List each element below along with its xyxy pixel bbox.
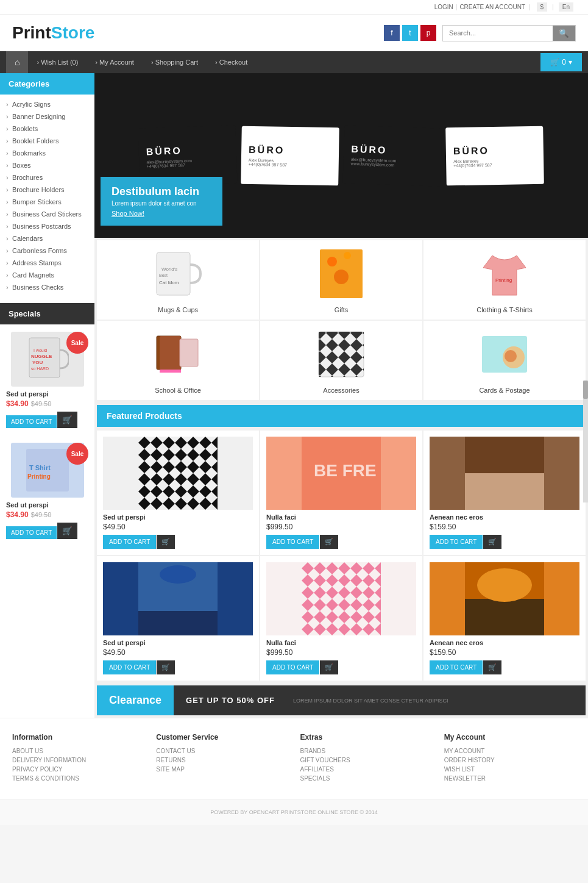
cat-address-stamps[interactable]: Address Stamps [0, 257, 94, 269]
footer-link-brands[interactable]: BRANDS [300, 748, 432, 754]
footer-link-newsletter[interactable]: NEWSLETTER [444, 775, 576, 782]
category-grid: World's Best Cat Mom Mugs & Cups [94, 238, 588, 402]
scrollbar-thumb[interactable] [583, 381, 588, 399]
product-add-btn-5[interactable]: ADD TO CART [266, 660, 319, 674]
nav-shoppingcart[interactable]: › Shopping Cart [143, 52, 207, 72]
nav-myaccount[interactable]: › My Account [87, 52, 143, 72]
footer-link-order-history[interactable]: ORDER HISTORY [444, 757, 576, 763]
product-4: Sed ut perspi $49.50 ADD TO CART 🛒 [97, 556, 259, 681]
create-account-link[interactable]: CREATE AN ACCOUNT [459, 4, 525, 10]
logo[interactable]: Print Store [12, 23, 94, 43]
product-btn-row-4: ADD TO CART 🛒 [103, 660, 253, 674]
footer-link-specials[interactable]: SPECIALS [300, 775, 432, 782]
product-add-btn-6[interactable]: ADD TO CART [430, 660, 483, 674]
product-add-btn-1[interactable]: ADD TO CART [103, 535, 156, 549]
product-btn-row-3: ADD TO CART 🛒 [430, 535, 579, 549]
product-add-btn-3[interactable]: ADD TO CART [430, 535, 483, 549]
product-3: Aenean nec eros $159.50 ADD TO CART 🛒 [423, 431, 586, 555]
special-add-cart-btn-1[interactable]: ADD TO CART [6, 415, 57, 428]
footer-link-contact[interactable]: CONTACT US [156, 748, 288, 754]
login-link[interactable]: LOGIN [434, 4, 453, 10]
cat-bookmarks[interactable]: Bookmarks [0, 147, 94, 159]
product-img-5 [266, 562, 416, 635]
product-add-btn-2[interactable]: ADD TO CART [266, 535, 319, 549]
home-button[interactable]: ⌂ [6, 51, 28, 73]
search-bar: 🔍 [442, 25, 576, 41]
lang-selector[interactable]: En [559, 2, 573, 12]
cat-booklets[interactable]: Booklets [0, 123, 94, 135]
cat-boxes[interactable]: Boxes [0, 159, 94, 171]
search-input[interactable] [443, 26, 553, 41]
svg-text:YOU: YOU [32, 360, 43, 365]
footer-link-gift-vouchers[interactable]: GIFT VOUCHERS [300, 757, 432, 763]
logo-store: Store [51, 23, 95, 43]
svg-rect-20 [180, 339, 198, 366]
cart-button[interactable]: 🛒 0 ▾ [540, 53, 582, 71]
footer-link-myaccount[interactable]: MY ACCOUNT [444, 748, 576, 754]
footer-link-wishlist[interactable]: WISH LIST [444, 766, 576, 773]
cat-brochures[interactable]: Brochures [0, 171, 94, 184]
cat-img-cards [465, 327, 544, 382]
footer-link-delivery[interactable]: DELIVERY INFORMATION [12, 757, 144, 763]
footer-link-sitemap[interactable]: SITE MAP [156, 766, 288, 773]
svg-point-26 [505, 350, 517, 362]
cat-mugs[interactable]: World's Best Cat Mom Mugs & Cups [97, 240, 259, 320]
pinterest-icon[interactable]: p [420, 25, 436, 41]
footer-link-terms[interactable]: TERMS & CONDITIONS [12, 775, 144, 782]
product-cart-btn-4[interactable]: 🛒 [157, 660, 175, 674]
svg-point-14 [327, 257, 337, 266]
cat-gifts[interactable]: Gifts [260, 240, 422, 320]
twitter-icon[interactable]: t [402, 25, 418, 41]
footer-col-title-extras: Extras [300, 733, 432, 742]
footer-link-returns[interactable]: RETURNS [156, 757, 288, 763]
cat-clothing[interactable]: Printing Clothing & T-Shirts [423, 240, 586, 320]
footer-link-about[interactable]: ABOUT US [12, 748, 144, 754]
cat-cards[interactable]: Cards & Postage [423, 321, 586, 400]
product-cart-btn-6[interactable]: 🛒 [483, 660, 501, 674]
search-button[interactable]: 🔍 [553, 26, 575, 41]
shop-now-link[interactable]: Shop Now! [112, 210, 211, 217]
cat-business-checks[interactable]: Business Checks [0, 281, 94, 293]
nav-checkout[interactable]: › Checkout [207, 52, 256, 72]
categories-list: Acrylic Signs Banner Designing Booklets … [0, 95, 94, 297]
special-prices-2: $34.90 $49.50 [6, 510, 88, 519]
special-add-cart-btn-2[interactable]: ADD TO CART [6, 526, 57, 539]
footer-link-privacy[interactable]: PRIVACY POLICY [12, 766, 144, 773]
svg-text:Printing: Printing [27, 473, 51, 480]
special-cart-icon-btn-1[interactable]: 🛒 [57, 412, 77, 428]
featured-header: Featured Products [97, 405, 586, 427]
product-cart-btn-3[interactable]: 🛒 [483, 535, 501, 549]
product-price-2: $999.50 [266, 523, 416, 531]
cat-booklet-folders[interactable]: Booklet Folders [0, 135, 94, 147]
sep1: | [456, 4, 458, 10]
currency-selector[interactable]: $ [537, 2, 548, 12]
product-img-3 [430, 437, 579, 510]
cat-school[interactable]: School & Office [97, 321, 259, 400]
product-add-btn-4[interactable]: ADD TO CART [103, 660, 156, 674]
cat-brochure-holders[interactable]: Brochure Holders [0, 184, 94, 196]
product-btn-row-2: ADD TO CART 🛒 [266, 535, 416, 549]
cat-acrylic-signs[interactable]: Acrylic Signs [0, 98, 94, 110]
cat-business-postcards[interactable]: Business Postcards [0, 220, 94, 232]
product-cart-btn-2[interactable]: 🛒 [320, 535, 338, 549]
special-item-2: Sale T Shirt Printing Sed ut perspi $34.… [0, 437, 94, 545]
cat-accessories[interactable]: Accessories [260, 321, 422, 400]
cat-bumper-stickers[interactable]: Bumper Stickers [0, 196, 94, 208]
product-cart-btn-5[interactable]: 🛒 [320, 660, 338, 674]
cat-calendars[interactable]: Calendars [0, 232, 94, 245]
nav-wishlist[interactable]: › Wish List (0) [28, 52, 87, 72]
special-prices-1: $34.90 $49.50 [6, 399, 88, 408]
cat-business-card-stickers[interactable]: Business Card Stickers [0, 208, 94, 220]
cat-banner[interactable]: Banner Designing [0, 110, 94, 123]
special-cart-icon-btn-2[interactable]: 🛒 [57, 523, 77, 539]
product-6: Aenean nec eros $159.50 ADD TO CART 🛒 [423, 556, 586, 681]
svg-point-35 [160, 565, 196, 584]
footer-col-title-myaccount: My Account [444, 733, 576, 742]
scrollbar-track[interactable] [583, 381, 588, 502]
cat-card-magnets[interactable]: Card Magnets [0, 269, 94, 281]
facebook-icon[interactable]: f [384, 25, 400, 41]
product-price-4: $49.50 [103, 648, 253, 657]
cat-carbonless[interactable]: Carbonless Forms [0, 245, 94, 257]
footer-link-affiliates[interactable]: AFFILIATES [300, 766, 432, 773]
product-cart-btn-1[interactable]: 🛒 [157, 535, 175, 549]
